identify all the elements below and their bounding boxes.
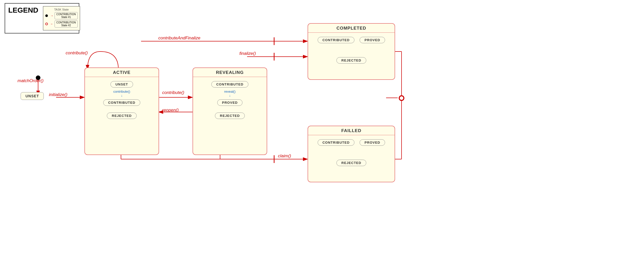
active-title: ACTIVE — [85, 68, 159, 77]
legend-content: TASK State → CONTRIBUTION State #1 ← CON… — [43, 6, 80, 30]
revealing-state-proved: PROVED — [217, 99, 243, 106]
diagram: LEGEND TASK State → CONTRIBUTION State #… — [0, 0, 644, 275]
failed-state-rejected: REJECTED — [336, 160, 366, 166]
legend-box: LEGEND TASK State → CONTRIBUTION State #… — [5, 3, 79, 33]
unset-standalone-label: UNSET — [25, 94, 39, 98]
legend-state-box-2: CONTRIBUTION State #2 — [55, 20, 78, 28]
unset-standalone-box: UNSET — [21, 92, 44, 100]
active-state-unset: UNSET — [110, 81, 133, 88]
match-order-label: matchOrder() — [18, 78, 43, 83]
revealing-title: REVEALING — [193, 68, 267, 77]
completed-state-contributed: CONTRIBUTED — [318, 37, 355, 43]
completed-body: CONTRIBUTED PROVED REJECTED — [308, 33, 395, 68]
active-fn-contribute: contribute()↓ — [113, 90, 130, 97]
active-state-contributed: CONTRIBUTED — [103, 99, 140, 106]
revealing-state-contributed: CONTRIBUTED — [211, 81, 248, 88]
legend-title: LEGEND — [8, 6, 38, 14]
active-box: ACTIVE UNSET contribute()↓ CONTRIBUTED R… — [84, 67, 159, 155]
failed-state-contributed: CONTRIBUTED — [318, 139, 355, 146]
revealing-body: CONTRIBUTED reveal()↓ PROVED REJECTED — [193, 77, 267, 123]
finalize-label: finalize() — [239, 51, 256, 56]
failed-body: CONTRIBUTED PROVED REJECTED — [308, 135, 395, 170]
contribute-finalize-label: contributeAndFinalize — [158, 36, 200, 41]
revealing-box: REVEALING CONTRIBUTED reveal()↓ PROVED R… — [193, 67, 267, 155]
failed-box: FAILLED CONTRIBUTED PROVED REJECTED — [308, 126, 395, 182]
legend-state-box-1: CONTRIBUTION State #1 — [55, 12, 78, 19]
legend-task-title: TASK State — [45, 8, 78, 11]
revealing-fn-reveal: reveal()↓ — [224, 90, 236, 97]
reopen-label: reopen() — [162, 108, 179, 113]
active-state-rejected: REJECTED — [107, 113, 136, 119]
legend-item-1: → CONTRIBUTION State #1 — [45, 12, 78, 19]
contribute-to-revealing-label: contribute() — [162, 90, 184, 95]
completed-state-proved: PROVED — [360, 37, 385, 43]
completed-box: COMPLETED CONTRIBUTED PROVED REJECTED — [308, 23, 395, 80]
legend-dot-filled — [45, 14, 48, 17]
legend-dot-outline — [45, 23, 48, 25]
initialize-label: initialize() — [49, 92, 67, 97]
end-dot — [399, 95, 404, 101]
failed-title: FAILLED — [308, 126, 395, 135]
revealing-state-rejected: REJECTED — [215, 113, 245, 119]
legend-item-2: ← CONTRIBUTION State #2 — [45, 20, 78, 28]
completed-title: COMPLETED — [308, 24, 395, 33]
claim-label: claim() — [278, 153, 291, 159]
active-body: UNSET contribute()↓ CONTRIBUTED REJECTED — [85, 77, 159, 123]
failed-state-proved: PROVED — [360, 139, 385, 146]
contribute-loop-label: contribute() — [66, 50, 88, 56]
completed-state-rejected: REJECTED — [336, 57, 366, 64]
